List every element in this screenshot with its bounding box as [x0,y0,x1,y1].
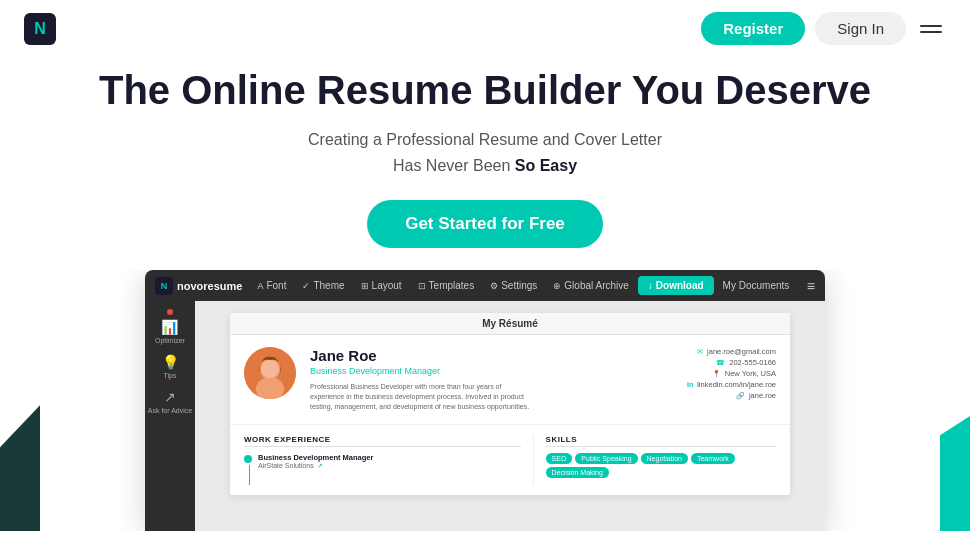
work-company: AirState Solutions ↗ [258,462,373,470]
skill-tags-container: SEO Public Speaking Negotiation Teamwork… [546,453,776,478]
browser-nav-settings[interactable]: ⚙ Settings [483,277,544,294]
resume-header: Jane Roe Business Development Manager Pr… [230,335,790,424]
skill-tag-negotiation: Negotiation [641,453,688,464]
optimizer-label: Optimizer [155,337,185,344]
logo-icon: N [24,13,56,45]
navbar: N Register Sign In [0,0,970,57]
contact-email: ✉ jane.roe@gmail.com [697,347,776,356]
font-icon: A [257,281,263,291]
browser-menu-icon[interactable]: ≡ [807,278,815,294]
download-icon: ↓ [648,280,653,291]
skills-title: SKILLS [546,435,776,447]
resume-preview-wrapper: N novoresume A Font ✓ Theme ⊞ Layout [145,270,825,531]
archive-icon: ⊕ [553,281,561,291]
hero-subtitle-line1: Creating a Professional Resume and Cover… [308,131,662,148]
phone-icon: ☎ [716,359,725,367]
hamburger-line [920,25,942,27]
resume-browser: N novoresume A Font ✓ Theme ⊞ Layout [145,270,825,531]
decorative-triangle-left [0,351,40,531]
sidebar-optimizer[interactable]: 📊 Optimizer [155,309,185,344]
browser-nav-download[interactable]: ↓ Download [638,276,714,295]
website-icon: 🔗 [736,392,745,400]
resume-contact: ✉ jane.roe@gmail.com ☎ 202-555-0166 📍 Ne… [656,347,776,400]
linkedin-icon: in [687,381,693,388]
contact-linkedin: in linkedin.com/in/jane.roe [687,380,776,389]
resume-body: WORK EXPERIENCE Business Development Man… [230,425,790,495]
editor-area: 📊 Optimizer 💡 Tips ↗ Ask for Advice [145,301,825,531]
resume-bio: Professional Business Developer with mor… [310,382,530,411]
resume-left-column: WORK EXPERIENCE Business Development Man… [244,435,533,485]
hamburger-line [920,31,942,33]
decorative-shape-right [940,371,970,531]
work-experience-title: WORK EXPERIENCE [244,435,521,447]
resume-name: Jane Roe [310,347,642,364]
signin-button[interactable]: Sign In [815,12,906,45]
menu-hamburger[interactable] [916,21,946,37]
editor-sidebar: 📊 Optimizer 💡 Tips ↗ Ask for Advice [145,301,195,531]
skill-tag-speaking: Public Speaking [575,453,637,464]
work-company-link-icon: ↗ [317,462,323,470]
resume-role: Business Development Manager [310,366,642,376]
sidebar-advice[interactable]: ↗ Ask for Advice [148,389,192,414]
hero-subtitle-emphasis: So Easy [515,157,577,174]
tips-label: Tips [164,372,177,379]
work-title: Business Development Manager [258,453,373,462]
work-item-row: Business Development Manager AirState So… [244,453,521,485]
editor-canvas: My Résumé [195,301,825,531]
hero-subtitle: Creating a Professional Resume and Cover… [20,127,950,178]
theme-icon: ✓ [302,281,310,291]
resume-avatar [244,347,296,399]
browser-nav-mydocs[interactable]: My Documents [716,277,797,294]
advice-label: Ask for Advice [148,407,192,414]
browser-nav-font[interactable]: A Font [250,277,293,294]
browser-logo: N novoresume [155,277,242,295]
cta-button[interactable]: Get Started for Free [367,200,603,248]
contact-website: 🔗 jane.roe [736,391,776,400]
contact-phone: ☎ 202-555-0166 [716,358,776,367]
browser-logo-icon: N [155,277,173,295]
contact-location: 📍 New York, USA [712,369,776,378]
skill-tag-seo: SEO [546,453,573,464]
work-timeline-line [249,465,250,485]
layout-icon: ⊞ [361,281,369,291]
location-icon: 📍 [712,370,721,378]
resume-name-section: Jane Roe Business Development Manager Pr… [310,347,642,411]
sidebar-tips[interactable]: 💡 Tips [162,354,179,379]
skill-tag-decision: Decision Making [546,467,609,478]
browser-nav-templates[interactable]: ⊡ Templates [411,277,482,294]
tips-icon: 💡 [162,354,179,370]
templates-icon: ⊡ [418,281,426,291]
notification-dot [167,309,173,315]
resume-document: My Résumé [230,313,790,494]
browser-nav-archive[interactable]: ⊕ Global Archive [546,277,635,294]
avatar-image [244,347,296,399]
svg-point-3 [261,360,279,378]
advice-icon: ↗ [164,389,176,405]
browser-nav-theme[interactable]: ✓ Theme [295,277,351,294]
browser-nav-items: A Font ✓ Theme ⊞ Layout ⊡ Templates [250,276,798,295]
hero-section: The Online Resume Builder You Deserve Cr… [0,57,970,270]
resume-title: My Résumé [230,313,790,335]
browser-logo-text: novoresume [177,280,242,292]
logo: N [24,13,56,45]
work-timeline-dot [244,455,252,463]
hero-subtitle-line2: Has Never Been [393,157,515,174]
optimizer-icon: 📊 [161,319,178,335]
email-icon: ✉ [697,348,703,356]
browser-toolbar: N novoresume A Font ✓ Theme ⊞ Layout [145,270,825,301]
resume-right-column: SKILLS SEO Public Speaking Negotiation T… [533,435,776,485]
work-item: Business Development Manager AirState So… [258,453,373,479]
browser-nav-layout[interactable]: ⊞ Layout [354,277,409,294]
hero-title: The Online Resume Builder You Deserve [20,67,950,113]
register-button[interactable]: Register [701,12,805,45]
skill-tag-teamwork: Teamwork [691,453,735,464]
settings-icon: ⚙ [490,281,498,291]
